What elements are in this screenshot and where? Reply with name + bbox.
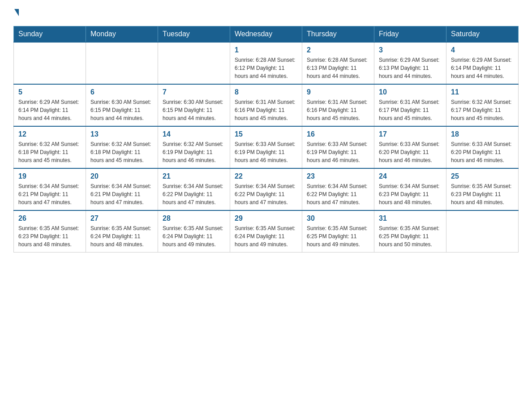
day-info: Sunrise: 6:35 AM Sunset: 6:24 PM Dayligh… [163, 224, 225, 248]
calendar-cell: 6Sunrise: 6:30 AM Sunset: 6:15 PM Daylig… [86, 84, 158, 126]
calendar-cell: 24Sunrise: 6:34 AM Sunset: 6:23 PM Dayli… [374, 168, 446, 210]
day-info: Sunrise: 6:29 AM Sunset: 6:14 PM Dayligh… [18, 98, 81, 122]
calendar-cell: 25Sunrise: 6:35 AM Sunset: 6:23 PM Dayli… [446, 168, 519, 210]
day-number: 14 [163, 130, 225, 138]
day-number: 15 [235, 130, 297, 138]
day-number: 17 [379, 130, 442, 138]
calendar-cell [14, 42, 86, 84]
day-header-sunday: Sunday [14, 26, 86, 43]
logo [13, 9, 20, 17]
day-number: 7 [163, 88, 225, 96]
calendar-cell: 23Sunrise: 6:34 AM Sunset: 6:22 PM Dayli… [302, 168, 374, 210]
day-info: Sunrise: 6:35 AM Sunset: 6:25 PM Dayligh… [307, 224, 369, 248]
calendar-cell: 10Sunrise: 6:31 AM Sunset: 6:17 PM Dayli… [374, 84, 446, 126]
day-number: 18 [451, 130, 514, 138]
calendar-cell: 27Sunrise: 6:35 AM Sunset: 6:24 PM Dayli… [86, 210, 158, 253]
calendar-cell: 12Sunrise: 6:32 AM Sunset: 6:18 PM Dayli… [14, 126, 86, 168]
day-info: Sunrise: 6:34 AM Sunset: 6:22 PM Dayligh… [235, 182, 297, 206]
calendar-cell: 16Sunrise: 6:33 AM Sunset: 6:19 PM Dayli… [302, 126, 374, 168]
calendar-cell [86, 42, 158, 84]
day-number: 20 [90, 172, 153, 180]
day-info: Sunrise: 6:32 AM Sunset: 6:18 PM Dayligh… [18, 140, 81, 164]
calendar-cell: 7Sunrise: 6:30 AM Sunset: 6:15 PM Daylig… [158, 84, 230, 126]
day-number: 25 [451, 172, 514, 180]
day-header-thursday: Thursday [302, 26, 374, 43]
day-info: Sunrise: 6:33 AM Sunset: 6:20 PM Dayligh… [379, 140, 442, 164]
day-info: Sunrise: 6:34 AM Sunset: 6:21 PM Dayligh… [18, 182, 81, 206]
day-info: Sunrise: 6:30 AM Sunset: 6:15 PM Dayligh… [163, 98, 225, 122]
day-number: 9 [307, 88, 369, 96]
day-number: 24 [379, 172, 442, 180]
day-number: 22 [235, 172, 297, 180]
day-number: 19 [18, 172, 81, 180]
day-number: 23 [307, 172, 369, 180]
calendar-header-row: SundayMondayTuesdayWednesdayThursdayFrid… [14, 26, 519, 43]
day-number: 27 [90, 214, 153, 223]
day-info: Sunrise: 6:32 AM Sunset: 6:18 PM Dayligh… [90, 140, 153, 164]
day-info: Sunrise: 6:34 AM Sunset: 6:23 PM Dayligh… [379, 182, 442, 206]
day-info: Sunrise: 6:35 AM Sunset: 6:25 PM Dayligh… [379, 224, 442, 248]
calendar-cell: 22Sunrise: 6:34 AM Sunset: 6:22 PM Dayli… [230, 168, 302, 210]
calendar-cell: 3Sunrise: 6:29 AM Sunset: 6:13 PM Daylig… [374, 42, 446, 84]
calendar-cell: 4Sunrise: 6:29 AM Sunset: 6:14 PM Daylig… [446, 42, 519, 84]
calendar-cell: 8Sunrise: 6:31 AM Sunset: 6:16 PM Daylig… [230, 84, 302, 126]
day-info: Sunrise: 6:31 AM Sunset: 6:16 PM Dayligh… [307, 98, 369, 122]
calendar-cell: 17Sunrise: 6:33 AM Sunset: 6:20 PM Dayli… [374, 126, 446, 168]
day-info: Sunrise: 6:28 AM Sunset: 6:13 PM Dayligh… [307, 56, 369, 80]
calendar-cell: 5Sunrise: 6:29 AM Sunset: 6:14 PM Daylig… [14, 84, 86, 126]
day-info: Sunrise: 6:29 AM Sunset: 6:14 PM Dayligh… [451, 56, 514, 80]
calendar-cell: 28Sunrise: 6:35 AM Sunset: 6:24 PM Dayli… [158, 210, 230, 253]
day-number: 6 [90, 88, 153, 96]
calendar-cell: 14Sunrise: 6:32 AM Sunset: 6:19 PM Dayli… [158, 126, 230, 168]
day-info: Sunrise: 6:34 AM Sunset: 6:21 PM Dayligh… [90, 182, 153, 206]
day-number: 2 [307, 46, 369, 54]
day-header-monday: Monday [86, 26, 158, 43]
calendar-cell: 30Sunrise: 6:35 AM Sunset: 6:25 PM Dayli… [302, 210, 374, 253]
day-number: 26 [18, 214, 81, 223]
calendar-cell: 1Sunrise: 6:28 AM Sunset: 6:12 PM Daylig… [230, 42, 302, 84]
day-info: Sunrise: 6:35 AM Sunset: 6:23 PM Dayligh… [18, 224, 81, 248]
day-info: Sunrise: 6:30 AM Sunset: 6:15 PM Dayligh… [90, 98, 153, 122]
week-row-3: 12Sunrise: 6:32 AM Sunset: 6:18 PM Dayli… [14, 126, 519, 168]
day-info: Sunrise: 6:33 AM Sunset: 6:19 PM Dayligh… [235, 140, 297, 164]
week-row-5: 26Sunrise: 6:35 AM Sunset: 6:23 PM Dayli… [14, 210, 519, 253]
logo-triangle-icon [14, 9, 19, 16]
day-number: 10 [379, 88, 442, 96]
day-number: 12 [18, 130, 81, 138]
day-info: Sunrise: 6:28 AM Sunset: 6:12 PM Dayligh… [235, 56, 297, 80]
day-number: 30 [307, 214, 369, 223]
day-info: Sunrise: 6:34 AM Sunset: 6:22 PM Dayligh… [307, 182, 369, 206]
calendar-cell: 19Sunrise: 6:34 AM Sunset: 6:21 PM Dayli… [14, 168, 86, 210]
calendar-cell: 18Sunrise: 6:33 AM Sunset: 6:20 PM Dayli… [446, 126, 519, 168]
calendar-cell: 15Sunrise: 6:33 AM Sunset: 6:19 PM Dayli… [230, 126, 302, 168]
day-header-friday: Friday [374, 26, 446, 43]
calendar-cell: 31Sunrise: 6:35 AM Sunset: 6:25 PM Dayli… [374, 210, 446, 253]
day-number: 5 [18, 88, 81, 96]
day-number: 29 [235, 214, 297, 223]
calendar-cell [446, 210, 519, 253]
calendar-cell: 26Sunrise: 6:35 AM Sunset: 6:23 PM Dayli… [14, 210, 86, 253]
day-number: 4 [451, 46, 514, 54]
day-header-wednesday: Wednesday [230, 26, 302, 43]
day-info: Sunrise: 6:35 AM Sunset: 6:24 PM Dayligh… [235, 224, 297, 248]
day-info: Sunrise: 6:33 AM Sunset: 6:20 PM Dayligh… [451, 140, 514, 164]
day-number: 11 [451, 88, 514, 96]
week-row-4: 19Sunrise: 6:34 AM Sunset: 6:21 PM Dayli… [14, 168, 519, 210]
page-header [13, 9, 519, 17]
calendar-cell: 11Sunrise: 6:32 AM Sunset: 6:17 PM Dayli… [446, 84, 519, 126]
week-row-2: 5Sunrise: 6:29 AM Sunset: 6:14 PM Daylig… [14, 84, 519, 126]
calendar-cell: 29Sunrise: 6:35 AM Sunset: 6:24 PM Dayli… [230, 210, 302, 253]
calendar-cell: 21Sunrise: 6:34 AM Sunset: 6:22 PM Dayli… [158, 168, 230, 210]
day-number: 3 [379, 46, 442, 54]
day-info: Sunrise: 6:31 AM Sunset: 6:17 PM Dayligh… [379, 98, 442, 122]
calendar-table: SundayMondayTuesdayWednesdayThursdayFrid… [13, 26, 519, 253]
day-header-saturday: Saturday [446, 26, 519, 43]
day-info: Sunrise: 6:35 AM Sunset: 6:24 PM Dayligh… [90, 224, 153, 248]
day-info: Sunrise: 6:29 AM Sunset: 6:13 PM Dayligh… [379, 56, 442, 80]
calendar-cell: 20Sunrise: 6:34 AM Sunset: 6:21 PM Dayli… [86, 168, 158, 210]
day-info: Sunrise: 6:33 AM Sunset: 6:19 PM Dayligh… [307, 140, 369, 164]
day-number: 31 [379, 214, 442, 223]
day-info: Sunrise: 6:32 AM Sunset: 6:19 PM Dayligh… [163, 140, 225, 164]
day-header-tuesday: Tuesday [158, 26, 230, 43]
day-number: 21 [163, 172, 225, 180]
